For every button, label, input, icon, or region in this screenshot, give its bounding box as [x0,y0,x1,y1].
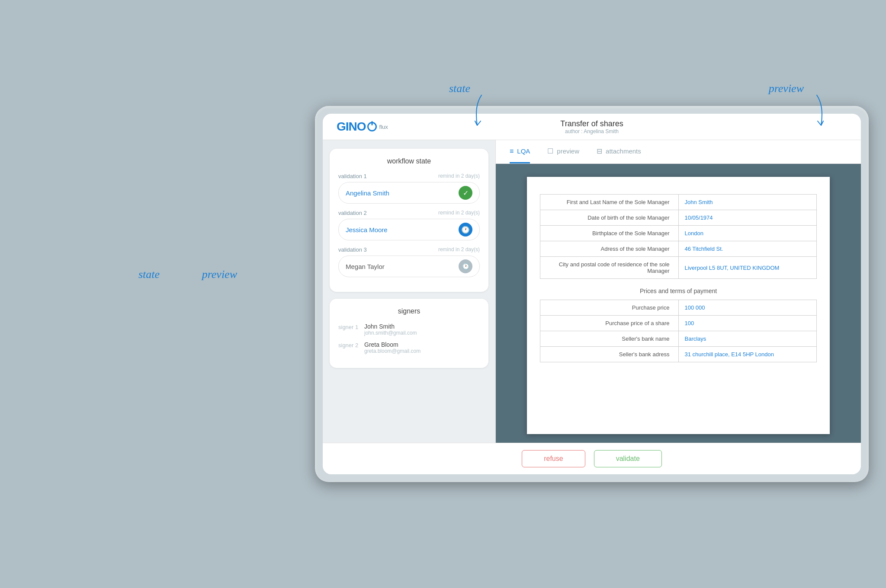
annotation-state-label: state [138,268,160,281]
row-label: First and Last Name of the Sole Manager [540,195,679,210]
workflow-state-card: workflow state validation 1 remind in 2 … [330,149,488,292]
header-center: Transfer of shares author : Angelina Smi… [560,119,623,134]
signer-1-name: John Smith [364,323,417,330]
tab-attachments[interactable]: ⊟ attachments [597,140,641,163]
lqa-icon: ≡ [510,147,514,155]
row-value: 31 churchill place, E14 5HP London [678,347,817,362]
tabs-bar: ≡ LQA ☐ preview ⊟ attachments [496,140,861,164]
action-bar: refuse validate [323,443,861,474]
row-value: 46 Titchfield St. [678,241,817,257]
row-label: Birthplace of the Sole Manager [540,226,679,241]
validation-row-3: validation 3 remind in 2 day(s) Megan Ta… [338,246,480,277]
validation-1-label: validation 1 [338,173,367,179]
document-table-1: First and Last Name of the Sole Manager … [540,194,817,279]
row-value: Barclays [678,331,817,347]
validation-1-remind: remind in 2 day(s) [438,173,480,179]
validate-button[interactable]: validate [594,450,662,467]
validation-3-remind: remind in 2 day(s) [438,246,480,253]
validation-1-person-row[interactable]: Angelina Smith ✓ [338,182,480,204]
main-layout: workflow state validation 1 remind in 2 … [323,140,861,443]
signer-1-label: signer 1 [338,323,364,330]
table-row: Seller's bank adress 31 churchill place,… [540,347,817,362]
table-row: City and postal code of residence of the… [540,257,817,279]
logo-flux-text: flux [379,124,388,130]
preview-icon: ☐ [547,147,553,155]
tab-preview[interactable]: ☐ preview [547,140,579,163]
signer-1-email: john.smith@gmail.com [364,330,417,336]
validation-3-person-row[interactable]: Megan Taylor 🕐 [338,256,480,277]
table-row: Date of birth of the sole Manager 10/05/… [540,210,817,226]
logo-gino-text: GINO [337,120,366,134]
validation-2-status-icon: 🕐 [459,223,472,236]
signer-row-1: signer 1 John Smith john.smith@gmail.com [338,323,480,336]
validation-row-2: validation 2 remind in 2 day(s) Jessica … [338,210,480,240]
document-page: First and Last Name of the Sole Manager … [527,177,830,434]
validation-1-status-icon: ✓ [459,186,472,200]
table-row: Seller's bank name Barclays [540,331,817,347]
row-value: Liverpool L5 8UT, UNITED KINGDOM [678,257,817,279]
document-title: Transfer of shares [560,119,623,128]
row-label: Purchase price of a share [540,316,679,331]
row-value: John Smith [678,195,817,210]
row-value: 10/05/1974 [678,210,817,226]
signer-2-label: signer 2 [338,341,364,348]
preview-annotation: preview [769,82,804,95]
logo: GINO flux [337,120,388,134]
row-value: 100 [678,316,817,331]
validation-2-person-row[interactable]: Jessica Moore 🕐 [338,219,480,240]
attachments-icon: ⊟ [597,147,602,155]
workflow-state-title: workflow state [338,157,480,165]
device-frame: GINO flux Transfer of shares author : An… [315,106,869,482]
app-screen: GINO flux Transfer of shares author : An… [323,114,861,474]
annotation-preview-label: preview [202,268,237,281]
signer-row-2: signer 2 Greta Bloom greta.bloom@gmail.c… [338,341,480,354]
app-header: GINO flux Transfer of shares author : An… [323,114,861,140]
signer-1-info: John Smith john.smith@gmail.com [364,323,417,336]
preview-arrow [804,93,830,132]
validation-2-label: validation 2 [338,210,367,216]
validation-3-name: Megan Taylor [346,263,385,270]
row-label: Seller's bank adress [540,347,679,362]
row-value: London [678,226,817,241]
section-title-payment: Prices and terms of payment [540,288,817,294]
right-panel: ≡ LQA ☐ preview ⊟ attachments [496,140,861,443]
document-area[interactable]: First and Last Name of the Sole Manager … [496,164,861,443]
validation-2-remind: remind in 2 day(s) [438,210,480,216]
tab-lqa[interactable]: ≡ LQA [510,141,530,163]
signer-2-info: Greta Bloom greta.bloom@gmail.com [364,341,421,354]
state-arrow [469,93,494,132]
state-annotation: state [449,82,470,95]
table-row: Purchase price 100 000 [540,300,817,316]
document-author: author : Angelina Smith [560,128,623,134]
row-label: Date of birth of the sole Manager [540,210,679,226]
table-row: Purchase price of a share 100 [540,316,817,331]
row-label: Purchase price [540,300,679,316]
row-value: 100 000 [678,300,817,316]
left-panel: workflow state validation 1 remind in 2 … [323,140,496,443]
document-table-2: Purchase price 100 000 Purchase price of… [540,300,817,362]
validation-1-name: Angelina Smith [346,189,389,197]
row-label: City and postal code of residence of the… [540,257,679,279]
row-label: Seller's bank name [540,331,679,347]
validation-3-status-icon: 🕐 [459,259,472,273]
tab-preview-label: preview [557,147,579,155]
table-row: First and Last Name of the Sole Manager … [540,195,817,210]
signers-card: signers signer 1 John Smith john.smith@g… [330,299,488,368]
row-label: Adress of the sole Manager [540,241,679,257]
validation-2-name: Jessica Moore [346,226,388,233]
signers-title: signers [338,307,480,315]
tab-lqa-label: LQA [517,147,530,155]
tab-attachments-label: attachments [606,147,641,155]
table-row: Birthplace of the Sole Manager London [540,226,817,241]
logo-power-icon [367,122,377,131]
validation-3-label: validation 3 [338,246,367,253]
table-row: Adress of the sole Manager 46 Titchfield… [540,241,817,257]
validation-row-1: validation 1 remind in 2 day(s) Angelina… [338,173,480,204]
signer-2-name: Greta Bloom [364,341,421,348]
signer-2-email: greta.bloom@gmail.com [364,348,421,354]
refuse-button[interactable]: refuse [522,450,585,467]
